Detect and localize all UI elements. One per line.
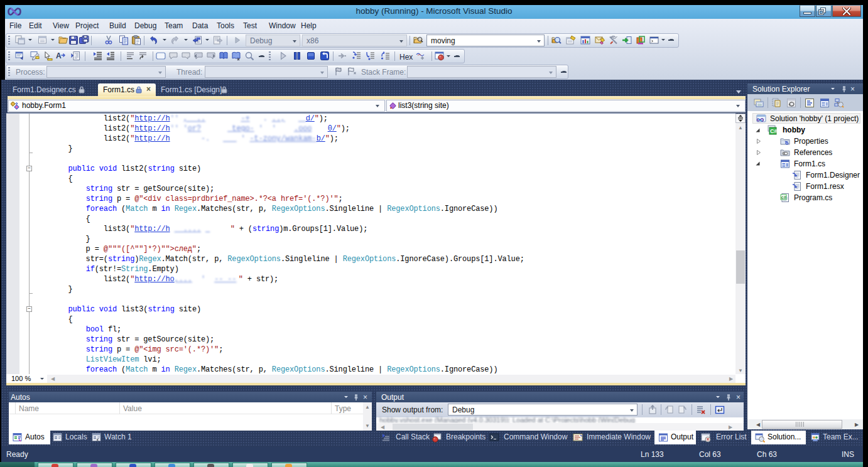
svg-text:A: A [56, 51, 62, 60]
svg-text:c#: c# [781, 195, 787, 200]
svg-text:C#: C# [770, 128, 777, 134]
